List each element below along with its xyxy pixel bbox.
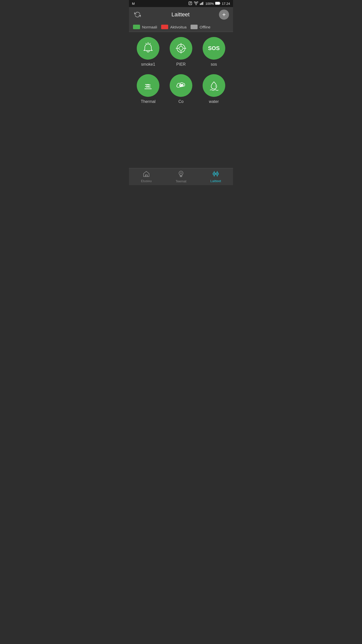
nav-etusivu[interactable]: Etusivu: [129, 168, 164, 185]
svg-text:CO: CO: [179, 84, 183, 87]
status-bar: M 100% 17.24: [129, 0, 233, 7]
device-pier[interactable]: PIER: [166, 37, 196, 67]
device-thermal[interactable]: Thermal: [133, 74, 163, 104]
nfc-icon: [188, 1, 192, 6]
signal-icon: [200, 2, 204, 6]
refresh-button[interactable]: [133, 10, 142, 19]
devices-icon: [212, 171, 220, 178]
svg-rect-1: [200, 4, 200, 5]
device-water[interactable]: water: [199, 74, 229, 104]
device-pier-circle: [170, 37, 192, 60]
thermal-icon: [142, 79, 154, 92]
sos-text-icon: sos: [208, 45, 219, 52]
nav-teemat[interactable]: Teemat: [164, 168, 198, 185]
device-sos-circle: sos: [203, 37, 225, 60]
device-smoke1-label: smoke1: [141, 62, 155, 67]
water-icon: [208, 79, 220, 92]
device-water-circle: [203, 74, 225, 97]
svg-rect-6: [220, 3, 220, 4]
device-water-label: water: [209, 99, 219, 104]
legend-offline-label: Offline: [200, 25, 210, 29]
nav-laitteet-label: Laitteet: [210, 179, 221, 183]
battery-percent: 100%: [205, 2, 214, 6]
svg-rect-19: [146, 175, 147, 177]
device-pier-label: PIER: [176, 62, 186, 67]
activated-color-indicator: [161, 25, 168, 29]
device-thermal-label: Thermal: [141, 99, 156, 104]
device-smoke1[interactable]: smoke1: [133, 37, 163, 67]
offline-color-indicator: [191, 25, 198, 29]
legend-bar: Normaali Aktivoitua Offline: [129, 22, 233, 32]
device-sos-label: sos: [211, 62, 217, 67]
home-icon: [143, 171, 150, 178]
status-bar-right: 100% 17.24: [188, 1, 230, 6]
legend-normal: Normaali: [133, 25, 157, 29]
device-thermal-circle: [137, 74, 159, 97]
legend-offline: Offline: [191, 25, 210, 29]
device-co-circle: CO: [170, 74, 192, 97]
device-grid: smoke1 PIER sos sos: [129, 32, 233, 168]
target-icon: [175, 42, 187, 55]
svg-point-12: [179, 46, 183, 50]
co-cloud-icon: CO: [175, 79, 187, 92]
add-icon: +: [222, 11, 226, 18]
nav-laitteet[interactable]: Laitteet: [198, 168, 233, 185]
page-title: Laitteet: [142, 11, 219, 18]
svg-line-9: [146, 43, 146, 44]
header: Laitteet +: [129, 7, 233, 22]
smoke-alarm-icon: [142, 42, 154, 55]
battery-icon: [215, 2, 220, 6]
device-smoke1-circle: [137, 37, 159, 60]
status-bar-left: M: [132, 2, 135, 6]
themes-icon: [178, 170, 184, 178]
svg-rect-7: [216, 2, 219, 4]
mail-icon: M: [132, 2, 135, 6]
normal-color-indicator: [133, 25, 140, 29]
nav-teemat-label: Teemat: [176, 179, 187, 183]
time-display: 17.24: [222, 2, 230, 6]
wifi-icon: [194, 2, 198, 6]
svg-rect-4: [203, 2, 203, 5]
svg-point-27: [217, 173, 218, 174]
bottom-nav: Etusivu Teemat: [129, 168, 233, 185]
svg-point-23: [214, 173, 215, 174]
legend-normal-label: Normaali: [142, 25, 157, 29]
device-co-label: Co: [178, 99, 184, 104]
add-button[interactable]: +: [219, 10, 229, 20]
svg-rect-2: [201, 3, 201, 5]
svg-line-10: [150, 43, 150, 44]
legend-activated-label: Aktivoitua: [170, 25, 187, 29]
nav-etusivu-label: Etusivu: [141, 179, 152, 183]
legend-activated: Aktivoitua: [161, 25, 187, 29]
device-sos[interactable]: sos sos: [199, 37, 229, 67]
svg-rect-3: [202, 2, 202, 5]
device-co[interactable]: CO Co: [166, 74, 196, 104]
